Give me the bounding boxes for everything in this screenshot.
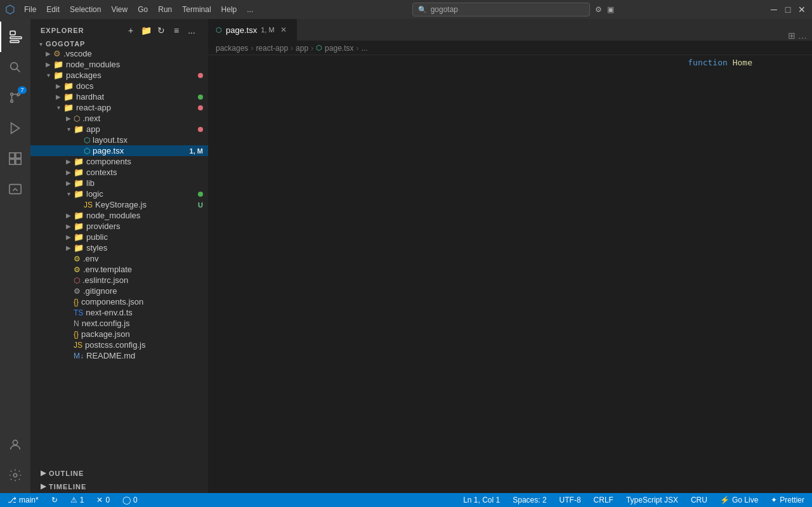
status-encoding[interactable]: UTF-8 — [557, 496, 584, 504]
breadcrumb-react-app[interactable]: react-app — [256, 44, 288, 53]
activity-run[interactable] — [0, 113, 30, 143]
contexts-label: contexts — [86, 168, 208, 177]
menu-view[interactable]: View — [107, 4, 131, 15]
status-sync[interactable]: ↻ — [49, 496, 60, 504]
tree-item-env-template[interactable]: ▶ ⚙ .env.template — [30, 264, 208, 275]
tree-item-components[interactable]: ▶ 📁 components — [30, 156, 208, 167]
next-env-label: next-env.d.ts — [86, 308, 208, 317]
tree-item-layout[interactable]: ▶ ⬡ layout.tsx — [30, 135, 208, 145]
menu-help[interactable]: Help — [218, 4, 241, 15]
status-line-ending[interactable]: CRLF — [591, 496, 616, 504]
tree-item-eslintrc[interactable]: ▶ ⬡ .eslintrc.json — [30, 275, 208, 286]
node-modules-label: node_modules — [66, 60, 208, 69]
tree-item-components-json[interactable]: ▶ {} components.json — [30, 296, 208, 307]
tree-item-lib[interactable]: ▶ 📁 lib — [30, 178, 208, 188]
status-go-live[interactable]: ⚡ Go Live — [717, 496, 761, 504]
tree-item-logic[interactable]: ▾ 📁 logic — [30, 188, 208, 199]
tree-item-next-env[interactable]: ▶ TS next-env.d.ts — [30, 307, 208, 318]
tree-item-public[interactable]: ▶ 📁 public — [30, 232, 208, 242]
sidebar-header: EXPLORER + 📁 ↻ ≡ ... — [30, 19, 208, 39]
tree-item-packages[interactable]: ▾ 📁 packages — [30, 70, 208, 81]
menu-edit[interactable]: Edit — [43, 4, 63, 15]
sidebar: EXPLORER + 📁 ↻ ≡ ... ▾ GOGOTAP ▶ ⚙ .vsco… — [30, 19, 208, 493]
svg-point-15 — [13, 473, 17, 477]
svg-rect-10 — [16, 153, 21, 158]
tree-item-node-modules-inner[interactable]: ▶ 📁 node_modules — [30, 210, 208, 221]
new-folder-button[interactable]: 📁 — [140, 24, 152, 37]
minimize-button[interactable]: ─ — [769, 4, 779, 15]
sidebar-more-button[interactable]: ... — [185, 24, 198, 37]
close-button[interactable]: ✕ — [797, 4, 807, 15]
tree-item-postcss[interactable]: ▶ JS postcss.config.js — [30, 339, 208, 350]
tree-item-next-config[interactable]: ▶ N next.config.js — [30, 318, 208, 329]
tree-item-providers[interactable]: ▶ 📁 providers — [30, 221, 208, 232]
tree-item-node-modules[interactable]: ▶ 📁 node_modules — [30, 59, 208, 70]
menu-more[interactable]: ... — [243, 4, 257, 15]
search-bar[interactable]: 🔍 gogotap — [412, 3, 590, 16]
breadcrumb-packages[interactable]: packages — [216, 44, 248, 53]
tree-item-gitignore[interactable]: ▶ ⚙ .gitignore — [30, 286, 208, 296]
menu-terminal[interactable]: Terminal — [178, 4, 214, 15]
tab-page-tsx[interactable]: ⬡ page.tsx 1, M ✕ — [208, 19, 297, 41]
tree-item-styles[interactable]: ▶ 📁 styles — [30, 242, 208, 253]
tree-item-contexts[interactable]: ▶ 📁 contexts — [30, 167, 208, 178]
remote-btn[interactable]: ⚙ — [595, 5, 602, 14]
tree-item-page[interactable]: ▶ ⬡ page.tsx 1, M — [30, 145, 208, 156]
collapse-all-button[interactable]: ≡ — [170, 24, 183, 37]
tree-item-env[interactable]: ▶ ⚙ .env — [30, 253, 208, 264]
layout-btn[interactable]: ▣ — [607, 5, 614, 14]
tree-item-hardhat[interactable]: ▶ 📁 hardhat — [30, 91, 208, 102]
status-cru[interactable]: CRU — [688, 496, 710, 504]
status-info[interactable]: ◯ 0 — [120, 496, 140, 504]
activity-explorer[interactable] — [0, 22, 30, 52]
app-icon: ⬡ — [5, 3, 15, 16]
page-icon: ⬡ — [84, 147, 90, 155]
breadcrumb-page-tsx[interactable]: page.tsx — [325, 44, 353, 53]
next-env-icon: TS — [74, 308, 83, 317]
svg-point-7 — [11, 93, 13, 96]
tree-item-next[interactable]: ▶ ⬡ .next — [30, 113, 208, 124]
status-branch[interactable]: ⎇ main* — [5, 496, 41, 504]
tree-item-readme[interactable]: ▶ M↓ README.md — [30, 350, 208, 361]
status-position[interactable]: Ln 1, Col 1 — [461, 496, 502, 504]
menu-go[interactable]: Go — [134, 4, 152, 15]
activity-remote[interactable] — [0, 174, 30, 204]
env-icon: ⚙ — [74, 254, 81, 263]
vscode-arrow: ▶ — [43, 50, 53, 57]
tree-item-keystorage[interactable]: ▶ JS KeyStorage.js U — [30, 199, 208, 210]
menu-run[interactable]: Run — [154, 4, 176, 15]
activity-source-control[interactable]: 7 — [0, 82, 30, 113]
more-actions-button[interactable]: … — [798, 30, 807, 41]
breadcrumb-sep3: › — [311, 44, 313, 53]
tree-item-docs[interactable]: ▶ 📁 docs — [30, 81, 208, 91]
breadcrumb-app[interactable]: app — [296, 44, 308, 53]
timeline-section[interactable]: ▶ TIMELINE — [30, 480, 208, 493]
tree-item-vscode[interactable]: ▶ ⚙ .vscode — [30, 48, 208, 59]
lib-arrow: ▶ — [63, 180, 74, 187]
position-text: Ln 1, Col 1 — [463, 496, 500, 504]
tree-root[interactable]: ▾ GOGOTAP — [30, 39, 208, 48]
tree-item-app[interactable]: ▾ 📁 app — [30, 124, 208, 135]
activity-settings[interactable] — [0, 460, 30, 491]
outline-section[interactable]: ▶ OUTLINE — [30, 466, 208, 480]
split-editor-button[interactable]: ⊞ — [788, 30, 796, 41]
breadcrumb-more[interactable]: ... — [361, 44, 367, 53]
refresh-button[interactable]: ↻ — [155, 24, 167, 37]
tab-close-button[interactable]: ✕ — [278, 25, 289, 35]
status-language[interactable]: TypeScript JSX — [624, 496, 681, 504]
tree-item-react-app[interactable]: ▾ 📁 react-app — [30, 102, 208, 113]
menu-file[interactable]: File — [20, 4, 40, 15]
status-warnings[interactable]: ⚠ 1 — [68, 496, 87, 504]
status-spaces[interactable]: Spaces: 2 — [510, 496, 549, 504]
menu-selection[interactable]: Selection — [66, 4, 105, 15]
activity-account[interactable] — [0, 430, 30, 460]
status-errors[interactable]: ✕ 0 — [94, 496, 112, 504]
status-prettier[interactable]: ✦ Prettier — [768, 496, 807, 504]
new-file-button[interactable]: + — [124, 24, 137, 37]
activity-search[interactable] — [0, 52, 30, 82]
maximize-button[interactable]: □ — [783, 4, 793, 15]
node-modules-inner-icon: 📁 — [74, 211, 84, 220]
code-area[interactable] — [241, 55, 761, 493]
activity-extensions[interactable] — [0, 143, 30, 174]
tree-item-package-json[interactable]: ▶ {} package.json — [30, 329, 208, 339]
